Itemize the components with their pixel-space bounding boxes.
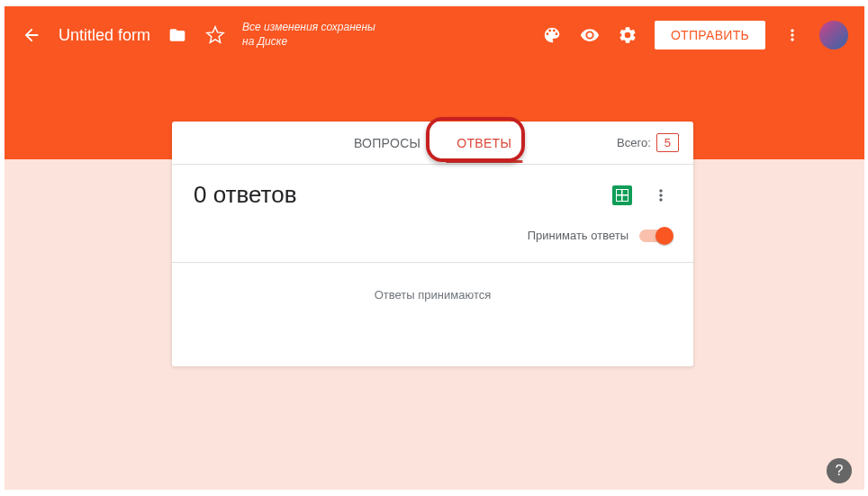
settings-gear-icon[interactable]: [617, 24, 638, 46]
preview-eye-icon[interactable]: [579, 24, 601, 46]
form-title[interactable]: Untitled form: [59, 26, 150, 45]
responses-card: ВОПРОСЫ ОТВЕТЫ Всего: 5 0 ответов Приним…: [172, 122, 693, 366]
more-vert-icon[interactable]: [782, 24, 803, 46]
total-count: 5: [656, 133, 679, 152]
tab-questions[interactable]: ВОПРОСЫ: [336, 123, 439, 163]
responses-count-title: 0 ответов: [194, 181, 297, 209]
tab-responses[interactable]: ОТВЕТЫ: [439, 123, 529, 163]
total-label: Всего:: [617, 136, 651, 149]
back-arrow-icon[interactable]: [21, 24, 42, 46]
accept-responses-label: Принимать ответы: [528, 229, 628, 242]
responses-status-text: Ответы принимаются: [375, 288, 492, 302]
send-button[interactable]: ОТПРАВИТЬ: [655, 21, 765, 50]
sheets-icon[interactable]: [612, 185, 632, 205]
save-status: Все изменения сохранены на Диске: [242, 21, 386, 49]
star-icon[interactable]: [204, 24, 226, 46]
avatar[interactable]: [819, 21, 848, 50]
help-icon[interactable]: ?: [827, 458, 852, 483]
folder-icon[interactable]: [167, 24, 188, 46]
accept-responses-toggle[interactable]: [639, 230, 672, 242]
palette-icon[interactable]: [541, 24, 563, 46]
responses-more-icon[interactable]: [650, 185, 672, 206]
